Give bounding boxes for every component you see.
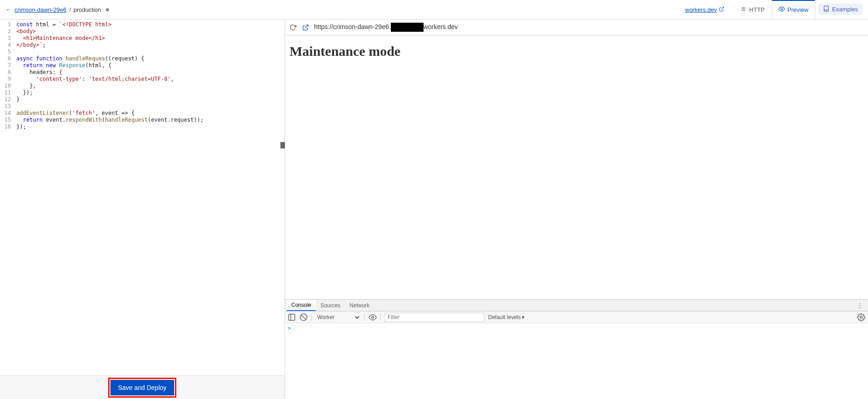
- swap-icon: [740, 6, 747, 14]
- svg-line-7: [301, 315, 306, 320]
- breadcrumb: ← crimson-dawn-29e6 / production: [5, 6, 109, 13]
- split-divider-handle[interactable]: [280, 142, 285, 148]
- console-settings-icon[interactable]: [857, 313, 865, 321]
- open-external-icon[interactable]: [301, 23, 309, 31]
- devtools-tab-console[interactable]: Console: [287, 300, 316, 311]
- code-content[interactable]: 'content-type': 'text/html;charset=UTF-8…: [16, 76, 174, 83]
- redacted-segment: [391, 23, 424, 32]
- breadcrumb-separator: /: [69, 6, 71, 13]
- line-number: 8: [0, 69, 16, 76]
- code-content[interactable]: addEventListener('fetch', event => {: [16, 110, 135, 117]
- line-number: 9: [0, 76, 16, 83]
- code-line[interactable]: 15 return event.respondWith(handleReques…: [0, 117, 284, 123]
- line-number: 11: [0, 89, 16, 96]
- toolbar-divider: [380, 314, 381, 321]
- breadcrumb-worker-link[interactable]: crimson-dawn-29e6: [15, 6, 66, 13]
- eye-icon: [778, 6, 785, 14]
- code-line[interactable]: 14addEventListener('fetch', event => {: [0, 110, 284, 117]
- code-line[interactable]: 12}: [0, 96, 284, 103]
- code-line[interactable]: 4</body>`;: [0, 42, 284, 49]
- code-editor[interactable]: 1const html = `<!DOCTYPE html>2<body>3 <…: [0, 20, 284, 375]
- line-number: 6: [0, 55, 16, 62]
- console-levels-select[interactable]: Default levels ▾: [488, 314, 524, 320]
- tab-http[interactable]: HTTP: [733, 0, 772, 19]
- code-content[interactable]: headers: {: [16, 69, 62, 76]
- examples-label: Examples: [832, 6, 858, 13]
- code-content[interactable]: <h1>Maintenance mode</h1>: [16, 35, 105, 42]
- toolbar-divider: [311, 314, 312, 321]
- save-and-deploy-button[interactable]: Save and Deploy: [110, 380, 175, 395]
- book-icon: [823, 5, 829, 13]
- code-line[interactable]: 9 'content-type': 'text/html;charset=UTF…: [0, 76, 284, 83]
- tab-http-label: HTTP: [749, 6, 765, 13]
- external-link-icon: [719, 6, 724, 13]
- code-content[interactable]: const html = `<!DOCTYPE html>: [16, 21, 112, 28]
- tab-preview[interactable]: Preview: [772, 0, 815, 19]
- svg-rect-4: [289, 314, 295, 320]
- line-number: 15: [0, 117, 16, 123]
- breadcrumb-env: production: [74, 6, 101, 13]
- code-content[interactable]: });: [16, 123, 26, 130]
- code-content[interactable]: }: [16, 96, 20, 103]
- code-content[interactable]: </body>`;: [16, 42, 46, 49]
- back-arrow-icon[interactable]: ←: [5, 6, 12, 13]
- code-line[interactable]: 16});: [0, 123, 284, 130]
- line-number: 4: [0, 42, 16, 49]
- code-content[interactable]: },: [16, 83, 36, 89]
- preview-heading: Maintenance mode: [289, 44, 863, 59]
- code-line[interactable]: 7 return new Response(html, {: [0, 62, 284, 69]
- workers-dev-link[interactable]: workers.dev: [685, 6, 724, 13]
- console-context-select[interactable]: Worker: [315, 314, 361, 321]
- svg-line-0: [721, 7, 724, 10]
- editor-action-bar: Save and Deploy: [0, 375, 284, 399]
- devtools-more-icon[interactable]: ⋮: [853, 300, 866, 311]
- examples-button[interactable]: Examples: [818, 4, 863, 15]
- toggle-sidebar-icon[interactable]: [288, 313, 296, 321]
- devtools-panel: Console Sources Network ⋮ Worker: [285, 299, 868, 399]
- svg-line-3: [305, 25, 308, 28]
- code-content[interactable]: <body>: [16, 28, 36, 35]
- code-line[interactable]: 6async function handleRequest(request) {: [0, 55, 284, 62]
- code-content[interactable]: return event.respondWith(handleRequest(e…: [16, 117, 204, 123]
- refresh-icon[interactable]: [289, 23, 297, 31]
- console-prompt: >: [288, 325, 291, 331]
- preview-url-field[interactable]: https://crimson-dawn-29e6.workers.dev: [314, 23, 864, 32]
- line-number: 7: [0, 62, 16, 69]
- devtools-console-toolbar: Worker Default levels ▾: [285, 311, 868, 323]
- code-line[interactable]: 1const html = `<!DOCTYPE html>: [0, 21, 284, 28]
- code-line[interactable]: 2<body>: [0, 28, 284, 35]
- deploy-highlight: Save and Deploy: [108, 378, 177, 398]
- code-line[interactable]: 11 });: [0, 89, 284, 96]
- line-number: 13: [0, 103, 16, 110]
- devtools-tab-sources[interactable]: Sources: [316, 300, 345, 311]
- devtools-tab-network[interactable]: Network: [345, 300, 374, 311]
- line-number: 3: [0, 35, 16, 42]
- line-number: 1: [0, 21, 16, 28]
- preview-frame: Maintenance mode: [285, 35, 868, 299]
- svg-point-8: [372, 316, 374, 318]
- code-line[interactable]: 3 <h1>Maintenance mode</h1>: [0, 35, 284, 42]
- console-levels-label: Default levels: [488, 314, 521, 320]
- console-output[interactable]: >: [285, 323, 868, 399]
- code-line[interactable]: 10 },: [0, 83, 284, 89]
- code-line[interactable]: 8 headers: {: [0, 69, 284, 76]
- line-number: 16: [0, 123, 16, 130]
- line-number: 10: [0, 83, 16, 89]
- unsaved-indicator-icon: [106, 8, 109, 11]
- workers-dev-label: workers.dev: [685, 6, 717, 13]
- live-expression-icon[interactable]: [369, 313, 377, 321]
- clear-console-icon[interactable]: [299, 313, 308, 321]
- console-filter-input[interactable]: [384, 313, 484, 322]
- code-line[interactable]: 5: [0, 49, 284, 55]
- code-content[interactable]: });: [16, 89, 33, 96]
- svg-point-9: [860, 316, 863, 318]
- svg-point-1: [781, 8, 783, 10]
- line-number: 2: [0, 28, 16, 35]
- code-content[interactable]: async function handleRequest(request) {: [16, 55, 145, 62]
- line-number: 12: [0, 96, 16, 103]
- code-line[interactable]: 13: [0, 103, 284, 110]
- code-content[interactable]: return new Response(html, {: [16, 62, 112, 69]
- tab-preview-label: Preview: [788, 6, 808, 13]
- line-number: 5: [0, 49, 16, 55]
- preview-url-bar: https://crimson-dawn-29e6.workers.dev: [285, 20, 868, 35]
